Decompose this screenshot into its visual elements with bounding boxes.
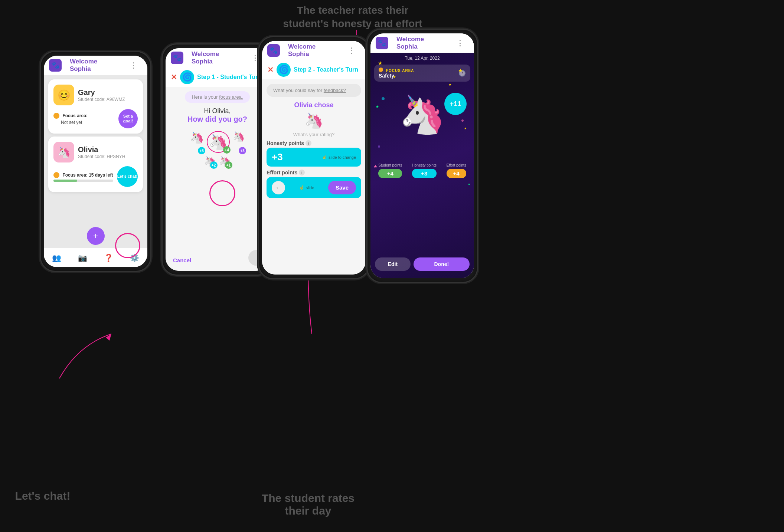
- phone4-honesty-points-value: +3: [412, 169, 437, 178]
- phone3-rating-question: What's your rating?: [262, 132, 366, 137]
- phone3-slide-hint-text: slide to change: [329, 155, 356, 160]
- phone4-plus-badge: +11: [444, 93, 467, 115]
- student-rates-line2: their day: [285, 505, 331, 517]
- lets-chat-label: Let's chat!: [15, 490, 71, 502]
- phone4-done-button[interactable]: Done!: [414, 257, 470, 271]
- olivia-name: Olivia: [78, 145, 125, 154]
- nav-students-icon[interactable]: 👥: [52, 253, 61, 262]
- phone4-unicorn-area: 🦄 +11: [370, 85, 474, 160]
- phone2-logo: 🐾: [171, 52, 183, 64]
- gary-card: 😊 Gary Student code: A96WMZ Focus area: …: [48, 79, 143, 134]
- honesty-info-icon: i: [306, 140, 311, 146]
- annotation-line1: The teacher rates their: [297, 4, 408, 16]
- phone2-greeting-question: How did you go?: [166, 115, 269, 124]
- phone4-unicorn: 🦄: [399, 93, 445, 137]
- phone-3: 🐾 Welcome Sophia ⋮ ✕ 🌀 Step 2 - Teacher'…: [259, 37, 369, 278]
- olivia-focus-icon: [53, 172, 59, 178]
- gary-avatar: 😊: [53, 85, 74, 105]
- phone-1: 🐾 Welcome Sophia ⋮ 😊 Gary Student code: …: [41, 52, 150, 271]
- phone-2: 🐾 Welcome Sophia ⋮ ✕ 🌀 Step 1 - Student'…: [163, 45, 272, 275]
- phone1-title: Welcome Sophia: [65, 56, 121, 75]
- rating-4-selected[interactable]: 🦄 +4: [207, 131, 230, 153]
- phone1-menu[interactable]: ⋮: [124, 56, 142, 75]
- phone3-step-header: ✕ 🌀 Step 2 - Teacher's Turn: [262, 60, 366, 79]
- gary-focus-icon: [53, 113, 59, 119]
- phone2-focus-text: Here is your focus area.: [192, 94, 243, 100]
- effort-info-icon: i: [299, 170, 305, 175]
- phone3-title: Welcome Sophia: [283, 41, 340, 60]
- phone2-step-header: ✕ 🌀 Step 1 - Student's Turn: [166, 68, 269, 87]
- phone3-honesty-value: +3: [272, 151, 283, 163]
- phone4-student-points-label: Student points: [378, 163, 402, 167]
- phone2-header: 🐾 Welcome Sophia ⋮: [166, 48, 269, 68]
- nav-camera-icon[interactable]: 📷: [78, 253, 87, 262]
- phone3-logo: 🐾: [267, 44, 280, 57]
- add-student-button[interactable]: +: [87, 227, 105, 245]
- phone3-back-button[interactable]: ←: [272, 181, 285, 194]
- phone3-honesty-slider[interactable]: +3 ☝️ slide to change: [267, 148, 361, 167]
- phone3-close[interactable]: ✕: [267, 65, 274, 74]
- selected-rating-highlight: [209, 180, 235, 206]
- phone4-points-row: Student points +4 Honesty points +3 Effo…: [370, 163, 474, 178]
- phone4-honesty-points: Honesty points +3: [412, 163, 437, 178]
- phone3-header: 🐾 Welcome Sophia ⋮: [262, 41, 366, 60]
- phone4-clock-icon: 🕐: [458, 70, 466, 77]
- phone4-header: 🐾 Welcome Sophia ⋮: [370, 33, 474, 53]
- phone4-student-points: Student points +4: [378, 163, 402, 178]
- olivia-card: 🦄 Olivia Student code: HPSNYH Focus area…: [48, 137, 143, 192]
- phone3-menu[interactable]: ⋮: [343, 41, 360, 60]
- phone4-honesty-points-label: Honesty points: [412, 163, 437, 167]
- phone4-title: Welcome Sophia: [391, 33, 448, 53]
- nav-help-icon[interactable]: ❓: [104, 253, 113, 262]
- phone3-olivia-unicorn: 🦄: [262, 112, 366, 129]
- phone3-feedback-text: What you could say for feedback?: [273, 88, 346, 93]
- phone1-header: 🐾 Welcome Sophia ⋮: [44, 56, 147, 75]
- phone4-edit-button[interactable]: Edit: [375, 257, 411, 271]
- rating-5[interactable]: 🦄 +5: [190, 131, 204, 153]
- phone2-title: Welcome Sophia: [186, 48, 243, 68]
- bottom-center-annotation: The student rates their day: [230, 492, 386, 517]
- gary-name: Gary: [78, 88, 125, 97]
- phone3-step-avatar: 🌀: [277, 63, 291, 77]
- gary-code: Student code: A96WMZ: [78, 97, 125, 102]
- phone1-bottom-nav: 👥 📷 ❓ ⚙️: [44, 248, 147, 267]
- phone4-focus-label: FOCUS AREA: [379, 68, 414, 73]
- olivia-progress-bar: [53, 180, 113, 182]
- phone4-student-points-value: +4: [378, 169, 402, 178]
- phone3-slide-hint: ☝️ slide to change: [322, 155, 356, 160]
- student-rates-line1: The student rates: [262, 492, 355, 504]
- olivia-avatar: 🦄: [53, 142, 74, 162]
- phone3-save-button[interactable]: Save: [328, 181, 356, 194]
- phone4-logo: 🐾: [376, 37, 388, 49]
- phone4-effort-points-value: +4: [447, 169, 466, 178]
- annotation-line2: student's honesty and effort: [283, 18, 422, 29]
- phone2-greeting-name: Hi Olivia,: [166, 107, 269, 115]
- phone2-step-avatar: 🌀: [180, 70, 194, 84]
- phone4-action-row: Edit Done!: [370, 257, 474, 271]
- gary-focus-value: Not set yet: [61, 120, 82, 125]
- phone1-logo: 🐾: [49, 59, 62, 72]
- phone4-focus-value: Safety: [379, 73, 414, 79]
- phone3-effort-slider[interactable]: ← ☝️ slide Save: [267, 177, 361, 198]
- phone3-honesty-label: Honesty points: [267, 140, 304, 146]
- phone4-effort-points-label: Effort points: [447, 163, 466, 167]
- nav-settings-icon[interactable]: ⚙️: [130, 253, 139, 262]
- phone2-close[interactable]: ✕: [171, 73, 177, 82]
- phone3-effort-label: Effort points: [267, 170, 297, 175]
- olivia-focus-label: Focus area: 15 days left: [62, 173, 113, 178]
- rating-1[interactable]: 🦄 +1: [219, 156, 231, 167]
- phone2-step-title: Step 1 - Student's Turn: [197, 74, 261, 81]
- rating-3[interactable]: 🦄 +3: [233, 131, 245, 153]
- phone4-menu[interactable]: ⋮: [451, 33, 469, 53]
- phone2-greeting: Hi Olivia, How did you go?: [166, 107, 269, 124]
- gary-focus-label: Focus area:: [62, 113, 87, 118]
- gary-set-goal-button[interactable]: Set a goal!: [118, 109, 138, 128]
- phone3-effort-hint-text: slide: [306, 185, 314, 190]
- olivia-code: Student code: HPSNYH: [78, 154, 125, 159]
- rating-2[interactable]: 🦄 +2: [204, 156, 216, 167]
- phone2-cancel[interactable]: Cancel: [173, 257, 191, 263]
- phone3-effort-slide-hint: ☝️ slide: [299, 185, 314, 190]
- olivia-lets-chat-button[interactable]: Let's chat!: [117, 166, 138, 187]
- phone2-unicorn-ratings: 🦄 +5 🦄 +4 🦄 +3: [166, 127, 269, 171]
- phone2-focus-bubble: Here is your focus area.: [185, 91, 249, 103]
